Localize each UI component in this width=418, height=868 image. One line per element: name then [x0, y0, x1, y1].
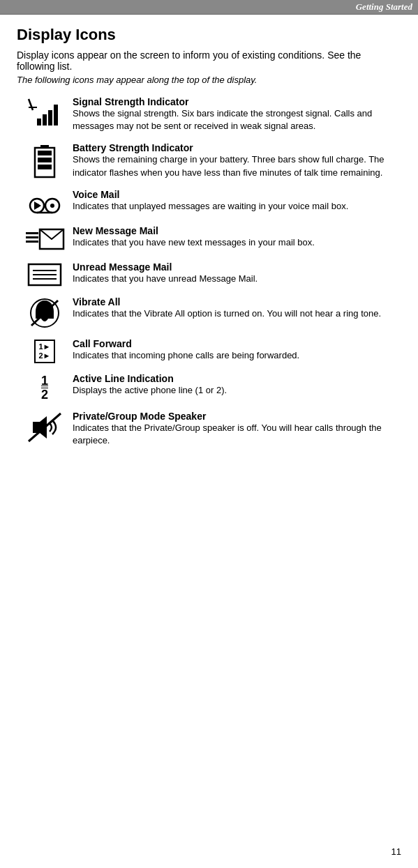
call-forward-symbol: 1► 2►: [34, 340, 54, 363]
unread-message-mail-text: Unread Message Mail Indicates that you h…: [73, 261, 401, 285]
call-forward-text: Call Forward Indicates that incoming pho…: [73, 338, 401, 362]
active-line-symbol: 1 2: [41, 374, 48, 401]
icon-list: Signal Strength Indicator Shows the sign…: [17, 96, 401, 448]
list-item: Vibrate All Indicates that the Vibrate A…: [17, 296, 401, 328]
signal-strength-text: Signal Strength Indicator Shows the sign…: [73, 96, 401, 132]
list-item: Battery Strength Indicator Shows the rem…: [17, 142, 401, 178]
header-bar: Getting Started: [0, 0, 418, 15]
svg-rect-10: [38, 165, 52, 169]
list-item: Unread Message Mail Indicates that you h…: [17, 261, 401, 287]
page-title: Display Icons: [17, 26, 401, 44]
svg-rect-19: [26, 241, 38, 243]
new-message-mail-text: New Message Mail Indicates that you have…: [73, 225, 401, 249]
intro-text: Display icons appear on the screen to in…: [17, 50, 401, 72]
svg-rect-18: [26, 236, 38, 238]
svg-line-0: [29, 99, 33, 110]
call-forward-icon: 1► 2►: [17, 338, 73, 363]
svg-rect-9: [38, 158, 52, 162]
active-line-icon: 1 2: [17, 373, 73, 401]
svg-rect-4: [48, 110, 52, 125]
main-content: Display Icons Display icons appear on th…: [0, 15, 418, 474]
private-group-speaker-icon: [17, 411, 73, 443]
private-group-speaker-text: Private/Group Mode Speaker Indicates tha…: [73, 411, 401, 447]
list-item: 1 2 Active Line Indication Displays the …: [17, 373, 401, 401]
new-message-mail-icon: [17, 225, 73, 252]
list-item: New Message Mail Indicates that you have…: [17, 225, 401, 252]
list-item: Signal Strength Indicator Shows the sign…: [17, 96, 401, 132]
unread-message-mail-icon: [17, 261, 73, 287]
active-line-text: Active Line Indication Displays the acti…: [73, 373, 401, 397]
svg-rect-5: [54, 105, 58, 125]
list-item: Voice Mail Indicates that unplayed messa…: [17, 189, 401, 215]
svg-rect-2: [37, 119, 41, 125]
battery-strength-text: Battery Strength Indicator Shows the rem…: [73, 142, 401, 178]
svg-rect-7: [40, 145, 49, 149]
svg-rect-3: [43, 114, 47, 125]
svg-point-16: [50, 204, 54, 208]
list-item: Private/Group Mode Speaker Indicates tha…: [17, 411, 401, 447]
voice-mail-icon: [17, 189, 73, 215]
header-title: Getting Started: [356, 1, 412, 12]
signal-strength-icon: [17, 96, 73, 127]
list-item: 1► 2► Call Forward Indicates that incomi…: [17, 338, 401, 363]
voice-mail-text: Voice Mail Indicates that unplayed messa…: [73, 189, 401, 213]
svg-rect-8: [38, 151, 52, 155]
sub-intro-text: The following icons may appear along the…: [17, 75, 401, 85]
svg-rect-17: [26, 232, 38, 234]
page-number: 11: [391, 846, 401, 857]
battery-strength-icon: [17, 142, 73, 178]
vibrate-all-icon: [17, 296, 73, 328]
svg-point-15: [35, 204, 39, 208]
vibrate-all-text: Vibrate All Indicates that the Vibrate A…: [73, 296, 401, 320]
